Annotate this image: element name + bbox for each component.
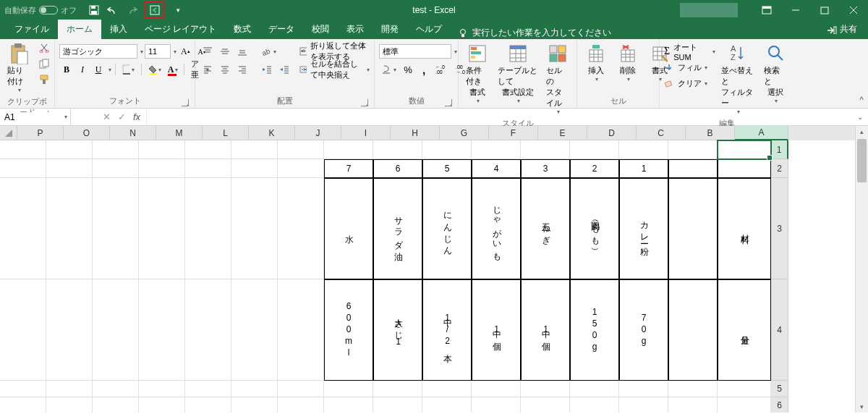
cell-O6[interactable] (46, 397, 93, 413)
row-header-4[interactable]: 4 (771, 279, 788, 381)
collapse-ribbon-icon[interactable]: ^ (859, 95, 864, 105)
tab-file[interactable]: ファイル (6, 20, 58, 39)
cell-H2[interactable]: 6 (373, 159, 422, 178)
cell-N3[interactable] (93, 178, 139, 279)
cell-L4[interactable] (185, 279, 231, 381)
cell-I5[interactable] (324, 381, 373, 397)
format-as-table-button[interactable]: テーブルとして書式設定▾ (495, 41, 540, 106)
insert-cells-button[interactable]: 挿入▾ (582, 41, 610, 84)
cell-E4[interactable]: 中1個 (521, 279, 570, 381)
align-center-icon[interactable] (217, 62, 233, 77)
cell-G4[interactable]: 中1/2本 (422, 279, 472, 381)
cell-A3[interactable]: 材料 (718, 178, 771, 279)
sort-filter-button[interactable]: AZ 並べ替えとフィルター▾ (718, 41, 758, 117)
col-header-P[interactable]: P (17, 126, 64, 140)
cell-G6[interactable] (422, 397, 472, 413)
col-header-N[interactable]: N (110, 126, 156, 140)
clear-button[interactable]: クリア ▾ (664, 75, 715, 91)
cell-K2[interactable] (231, 159, 278, 178)
tab-page-layout[interactable]: ページ レイアウト (136, 20, 225, 39)
maximize-icon[interactable] (810, 0, 839, 20)
col-header-F[interactable]: F (489, 126, 538, 140)
increase-decimal-icon[interactable]: ←.0.00 (433, 62, 451, 77)
cell-D5[interactable] (570, 381, 619, 397)
align-middle-icon[interactable] (217, 44, 233, 59)
save-icon[interactable] (88, 4, 100, 16)
align-bottom-icon[interactable] (234, 44, 250, 59)
cell-P2[interactable] (0, 159, 46, 178)
cell-L2[interactable] (185, 159, 231, 178)
cell-D2[interactable]: 2 (570, 159, 619, 178)
col-header-B[interactable]: B (686, 126, 735, 140)
cell-D3[interactable]: 鶏肉（もも） (570, 178, 619, 279)
share-button[interactable]: 共有 (823, 20, 861, 39)
cell-C6[interactable] (619, 397, 668, 413)
cut-icon[interactable] (36, 41, 52, 55)
col-header-A[interactable]: A (735, 126, 788, 140)
increase-indent-icon[interactable] (276, 62, 292, 77)
cell-G5[interactable] (422, 381, 472, 397)
cell-N5[interactable] (93, 381, 139, 397)
cell-H5[interactable] (373, 381, 422, 397)
font-dialog-launcher[interactable] (182, 99, 189, 106)
cell-F6[interactable] (472, 397, 521, 413)
cell-P6[interactable] (0, 397, 46, 413)
col-header-C[interactable]: C (637, 126, 686, 140)
cell-P4[interactable] (0, 279, 46, 381)
cell-M2[interactable] (139, 159, 185, 178)
col-header-J[interactable]: J (295, 126, 341, 140)
col-header-D[interactable]: D (587, 126, 637, 140)
wrap-text-button[interactable]: ab 折り返して全体を表示する (299, 43, 370, 59)
col-header-O[interactable]: O (64, 126, 110, 140)
ribbon-display-options-icon[interactable] (752, 0, 781, 20)
cell-A6[interactable] (718, 397, 771, 413)
cell-C3[interactable]: カレー粉 (619, 178, 668, 279)
cell-I2[interactable]: 7 (324, 159, 373, 178)
cell-J4[interactable] (278, 279, 324, 381)
row-header-1[interactable]: 1 (771, 140, 788, 159)
cell-C5[interactable] (619, 381, 668, 397)
find-select-button[interactable]: 検索と選択▾ (761, 41, 790, 106)
cell-L3[interactable] (185, 178, 231, 279)
tell-me-search[interactable]: 実行したい作業を入力してください (458, 27, 611, 39)
cell-P5[interactable] (0, 381, 46, 397)
cell-H4[interactable]: 大さじ1 (373, 279, 422, 381)
cell-I1[interactable] (324, 140, 373, 159)
conditional-formatting-button[interactable]: 条件付き書式▾ (463, 41, 492, 106)
undo-icon[interactable] (107, 4, 119, 16)
cell-P3[interactable] (0, 178, 46, 279)
cell-F1[interactable] (472, 140, 521, 159)
cell-F5[interactable] (472, 381, 521, 397)
cell-I4[interactable]: 600ml (324, 279, 373, 381)
cell-E2[interactable]: 3 (521, 159, 570, 178)
expand-formula-bar-icon[interactable]: ⌄ (852, 109, 868, 125)
cell-D6[interactable] (570, 397, 619, 413)
close-icon[interactable] (839, 0, 868, 20)
fill-color-icon[interactable]: ▾ (145, 62, 163, 77)
cell-A2[interactable] (718, 159, 771, 178)
cell-K4[interactable] (231, 279, 278, 381)
cell-A5[interactable] (718, 381, 771, 397)
cell-L1[interactable] (185, 140, 231, 159)
cell-N6[interactable] (93, 397, 139, 413)
borders-icon[interactable]: ▾ (119, 62, 137, 77)
tab-formulas[interactable]: 数式 (225, 20, 260, 39)
cell-G2[interactable]: 5 (422, 159, 472, 178)
tab-help[interactable]: ヘルプ (407, 20, 451, 39)
name-box-input[interactable] (4, 112, 66, 122)
increase-font-icon[interactable]: A▴ (178, 44, 193, 59)
comma-icon[interactable]: , (417, 62, 431, 77)
cell-A1[interactable] (718, 140, 771, 159)
cell-O2[interactable] (46, 159, 93, 178)
cell-I6[interactable] (324, 397, 373, 413)
auto-save-toggle[interactable]: 自動保存 オフ (4, 5, 77, 16)
row-header-5[interactable]: 5 (771, 381, 788, 397)
cell-C2[interactable]: 1 (619, 159, 668, 178)
cell-C1[interactable] (619, 140, 668, 159)
tab-developer[interactable]: 開発 (373, 20, 407, 39)
cell-E1[interactable] (521, 140, 570, 159)
scroll-down-icon[interactable]: ▾ (856, 401, 868, 413)
cell-M4[interactable] (139, 279, 185, 381)
orientation-icon[interactable]: ab▾ (259, 44, 279, 59)
italic-button[interactable]: I (75, 62, 90, 77)
